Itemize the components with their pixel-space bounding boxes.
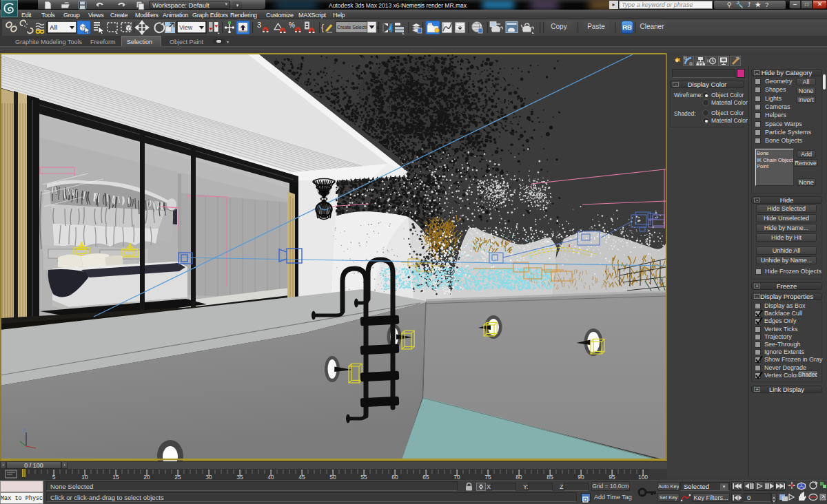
svg-text:All: All bbox=[50, 24, 58, 31]
svg-text:45: 45 bbox=[298, 474, 305, 481]
svg-text:20: 20 bbox=[143, 474, 150, 481]
svg-text:3: 3 bbox=[257, 21, 261, 29]
svg-text:25: 25 bbox=[174, 474, 181, 481]
svg-text:15: 15 bbox=[112, 474, 119, 481]
svg-text:%: % bbox=[289, 21, 295, 29]
svg-text:60: 60 bbox=[391, 474, 398, 481]
svg-text:55: 55 bbox=[360, 474, 367, 481]
svg-text:85: 85 bbox=[547, 474, 553, 481]
svg-text:{: { bbox=[321, 23, 324, 32]
svg-text:80: 80 bbox=[515, 474, 522, 481]
svg-text:5: 5 bbox=[52, 474, 56, 481]
svg-text:30: 30 bbox=[205, 474, 212, 481]
svg-text:40: 40 bbox=[267, 474, 274, 481]
svg-text:View: View bbox=[179, 24, 193, 31]
svg-text:100: 100 bbox=[638, 474, 648, 481]
svg-text:50: 50 bbox=[329, 474, 336, 481]
svg-text:90: 90 bbox=[578, 474, 584, 481]
svg-text:75: 75 bbox=[484, 474, 491, 481]
svg-text:10: 10 bbox=[81, 474, 88, 481]
svg-text:95: 95 bbox=[609, 474, 615, 481]
svg-text:35: 35 bbox=[236, 474, 243, 481]
svg-text:70: 70 bbox=[453, 474, 460, 481]
svg-text:65: 65 bbox=[422, 474, 429, 481]
svg-text:z: z bbox=[23, 427, 25, 433]
